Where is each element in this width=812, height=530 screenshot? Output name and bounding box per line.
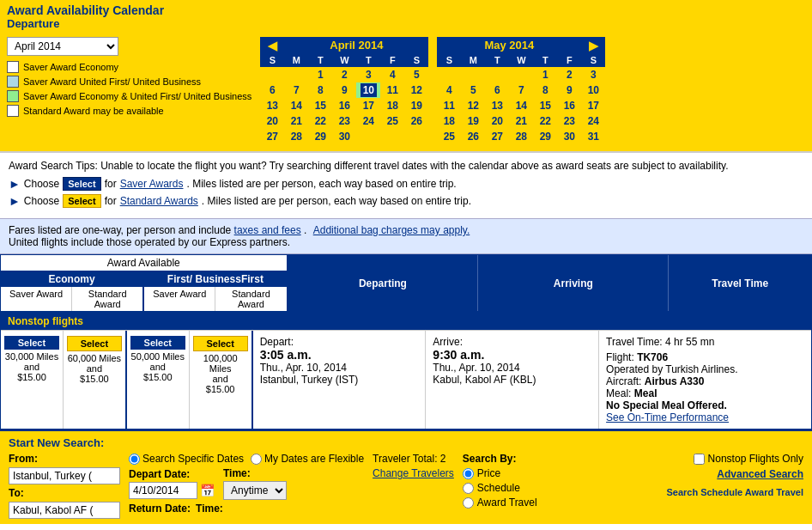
search-title: Start New Search: <box>9 436 803 449</box>
meal-value: Meal <box>634 387 657 399</box>
search-by-price-label[interactable]: Price <box>463 467 537 479</box>
select-btn-saver-first[interactable]: Select <box>130 336 185 350</box>
standard-award-label-1: Standard Award <box>72 287 142 311</box>
standard-economy-miles: 60,000 Miles and $15.00 <box>67 353 122 384</box>
firstbusiness-title: First/ BusinessFirst <box>144 271 286 287</box>
may-next-btn[interactable]: ▶ <box>585 38 602 53</box>
tips-section: Award Search Tips: Unable to locate the … <box>0 151 812 218</box>
tip2-choose: Choose <box>24 195 59 207</box>
ontime-performance-link[interactable]: See On-Time Performance <box>606 411 729 423</box>
nonstop-only-checkbox[interactable] <box>694 454 705 465</box>
select-saver-economy: Select 30,000 Miles and $15.00 <box>1 331 64 429</box>
select-btn-standard-first[interactable]: Select <box>193 336 248 351</box>
travel-time-value: 4 hr 55 mn <box>665 336 714 348</box>
fares-text: Fares listed are one-way, per person and… <box>9 224 803 236</box>
tips-main-text: Award Search Tips: Unable to locate the … <box>9 160 803 172</box>
select-standard-first: Select 100,000 Miles and $15.00 <box>190 331 251 429</box>
standard-award-label-2: Standard Award <box>215 287 286 311</box>
bag-charges-link[interactable]: Additional bag charges may apply. <box>313 224 470 236</box>
time-select[interactable]: Anytime <box>223 481 287 500</box>
tip2-row: ► Choose Select for Standard Awards . Mi… <box>9 194 803 208</box>
results-area: Award Available Economy Saver Award Stan… <box>0 254 812 429</box>
schedule-award-travel-link[interactable]: Search Schedule Award Travel <box>666 487 803 497</box>
depart-time: 3:05 a.m. <box>260 348 419 362</box>
depart-date-input[interactable] <box>129 482 197 499</box>
nonstop-advanced-col: Nonstop Flights Only Advanced Search Sea… <box>546 453 803 497</box>
search-section: Start New Search: From: To: Search Speci… <box>0 429 812 524</box>
to-input[interactable] <box>9 502 120 519</box>
search-by-award-label[interactable]: Award Travel <box>463 496 537 509</box>
to-label: To: <box>9 487 24 499</box>
select-btn-standard-economy[interactable]: Select <box>67 336 122 351</box>
search-by-award-radio[interactable] <box>463 497 474 509</box>
legend-label-4: Standard Award may be available <box>23 106 164 116</box>
flexible-dates-radio[interactable] <box>251 454 262 465</box>
return-date-label: Return Date: <box>129 503 191 515</box>
standard-awards-link[interactable]: Standard Awards <box>120 195 198 207</box>
taxes-fees-link[interactable]: taxes and fees <box>234 224 301 236</box>
arrive-time: 9:30 a.m. <box>433 348 591 362</box>
traveler-total-label: Traveler Total: 2 <box>373 453 454 465</box>
aircraft-value: Airbus A330 <box>645 375 705 387</box>
nonstop-flights-header: Nonstop flights <box>1 313 811 330</box>
advanced-search-link[interactable]: Advanced Search <box>717 468 803 480</box>
arriving-header: Arriving <box>478 255 669 311</box>
change-travelers-link[interactable]: Change Travelers <box>373 467 454 479</box>
standard-first-miles: 100,000 Miles and $15.00 <box>193 353 248 394</box>
right-arrow-icon: ► <box>9 177 21 191</box>
tip1-choose: Choose <box>24 178 59 190</box>
may-month-label: May 2014 <box>437 37 581 53</box>
standard-select-button[interactable]: Select <box>63 194 100 208</box>
meal-label: Meal: <box>606 387 631 399</box>
search-by-label: Search By: <box>463 453 537 465</box>
specific-dates-radio-label[interactable]: Search Specific Dates <box>129 453 244 465</box>
depart-date-label: Depart Date: <box>129 468 215 480</box>
saver-award-label-1: Saver Award <box>1 287 72 311</box>
departing-header: Departing <box>288 255 479 311</box>
page-subtitle: Departure <box>7 17 805 30</box>
saver-economy-miles: 30,000 Miles and $15.00 <box>4 351 59 382</box>
from-to-col: From: To: <box>9 453 120 519</box>
aircraft-label: Aircraft: <box>606 375 641 387</box>
travel-time-label: Travel Time: <box>606 336 663 348</box>
saver-award-label-2: Saver Award <box>144 287 215 311</box>
departure-legend-col: April 2014 Saver Award Economy Saver Awa… <box>7 37 251 119</box>
legend-item-4: Standard Award may be available <box>7 105 251 117</box>
april-month-label: April 2014 <box>284 37 428 53</box>
search-by-price-radio[interactable] <box>463 468 474 479</box>
from-input[interactable] <box>9 467 120 484</box>
fares-section: Fares listed are one-way, per person and… <box>0 218 812 254</box>
april-prev-btn[interactable]: ◀ <box>264 38 281 53</box>
nonstop-label: Nonstop flights <box>8 315 83 327</box>
search-options-col: Search Specific Dates My Dates are Flexi… <box>129 453 364 515</box>
award-avail-title: Award Available <box>1 255 287 271</box>
search-by-schedule-radio[interactable] <box>463 483 474 494</box>
select-btn-saver-economy[interactable]: Select <box>4 336 59 350</box>
flight-label: Flight: <box>606 351 634 363</box>
firstbusiness-col: First/ BusinessFirst Saver Award Standar… <box>144 271 286 311</box>
arriving-info: Arrive: 9:30 a.m. Thu., Apr. 10, 2014 Ka… <box>426 331 599 429</box>
tip1-suffix: . Miles listed are per person, each way … <box>187 178 457 190</box>
award-avail-box: Award Available Economy Saver Award Stan… <box>1 255 288 311</box>
nonstop-only-label[interactable]: Nonstop Flights Only <box>694 453 803 465</box>
flexible-dates-radio-label[interactable]: My Dates are Flexible <box>251 453 364 465</box>
saver-select-button[interactable]: Select <box>63 177 100 191</box>
depart-date: Thu., Apr. 10, 2014 <box>260 362 419 374</box>
flight-row: Select 30,000 Miles and $15.00 Select 60… <box>1 330 811 429</box>
departure-month-select[interactable]: April 2014 <box>7 37 118 56</box>
search-by-schedule-label[interactable]: Schedule <box>463 482 537 494</box>
saver-first-miles: 50,000 Miles and $15.00 <box>130 351 185 382</box>
saver-awards-link[interactable]: Saver Awards <box>120 178 184 190</box>
select-buttons-area: Select 30,000 Miles and $15.00 Select 60… <box>1 331 253 429</box>
calendar-icon[interactable]: 📅 <box>200 484 215 497</box>
page-title: Award Availability Calendar <box>7 3 805 17</box>
depart-city: Istanbul, Turkey (IST) <box>260 374 419 386</box>
may-calendar: May 2014 ▶ S M T W T F S 1 2 3 <box>437 37 605 144</box>
search-dates-row: Search Specific Dates My Dates are Flexi… <box>129 453 364 465</box>
header-bar: Award Availability Calendar Departure <box>0 0 812 34</box>
departing-info: Depart: 3:05 a.m. Thu., Apr. 10, 2014 Is… <box>253 331 427 429</box>
travelers-col: Traveler Total: 2 Change Travelers <box>373 453 454 479</box>
specific-dates-radio[interactable] <box>129 454 140 465</box>
arrive-date: Thu., Apr. 10, 2014 <box>433 362 591 374</box>
legend-item-1: Saver Award Economy <box>7 61 251 73</box>
